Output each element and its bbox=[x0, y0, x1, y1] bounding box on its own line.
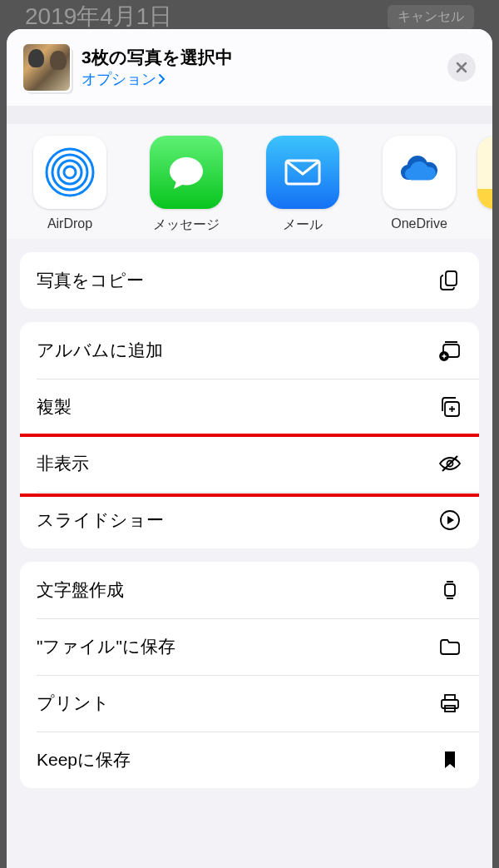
sheet-title: 3枚の写真を選択中 bbox=[82, 46, 436, 69]
actions-list: 写真をコピー アルバムに追加 複製 非表示 bbox=[7, 239, 492, 788]
app-onedrive[interactable]: OneDrive bbox=[361, 136, 477, 234]
action-label: 複製 bbox=[37, 395, 72, 419]
bookmark-icon bbox=[437, 747, 462, 772]
album-add-icon bbox=[437, 338, 462, 363]
notes-icon bbox=[477, 136, 492, 209]
print-icon bbox=[437, 691, 462, 716]
background-cancel: キャンセル bbox=[388, 5, 474, 29]
list-group-3: 文字盤作成 "ファイル"に保存 プリント Keepに保存 bbox=[20, 562, 479, 788]
action-add-to-album[interactable]: アルバムに追加 bbox=[20, 322, 479, 379]
svg-rect-13 bbox=[445, 695, 455, 700]
app-label: メッセージ bbox=[153, 216, 220, 234]
action-watch-face[interactable]: 文字盤作成 bbox=[20, 562, 479, 618]
list-group-2: アルバムに追加 複製 非表示 スライドショー bbox=[20, 322, 479, 548]
action-label: 写真をコピー bbox=[37, 269, 144, 292]
copy-icon bbox=[437, 268, 462, 293]
action-label: スライドショー bbox=[37, 508, 164, 532]
action-copy[interactable]: 写真をコピー bbox=[20, 252, 479, 309]
background-date: 2019年4月1日 bbox=[25, 1, 172, 32]
app-messages[interactable]: メッセージ bbox=[128, 136, 245, 234]
action-label: アルバムに追加 bbox=[37, 339, 163, 362]
svg-point-1 bbox=[58, 161, 82, 184]
close-icon bbox=[456, 62, 467, 73]
svg-rect-5 bbox=[446, 271, 457, 285]
mail-icon bbox=[266, 136, 339, 209]
action-label: 文字盤作成 bbox=[37, 578, 124, 602]
share-sheet: 3枚の写真を選択中 オプション AirDrop メッセージ bbox=[7, 29, 492, 868]
app-row: AirDrop メッセージ メール OneDrive bbox=[7, 124, 492, 239]
background-header: 2019年4月1日 キャンセル bbox=[0, 0, 499, 33]
app-mail[interactable]: メール bbox=[245, 136, 361, 234]
action-label: 非表示 bbox=[37, 452, 89, 475]
messages-icon bbox=[150, 136, 223, 209]
play-icon bbox=[437, 508, 462, 533]
svg-rect-12 bbox=[442, 700, 458, 708]
svg-point-0 bbox=[64, 166, 76, 178]
action-print[interactable]: プリント bbox=[20, 675, 479, 732]
airdrop-icon bbox=[33, 136, 106, 209]
action-save-to-files[interactable]: "ファイル"に保存 bbox=[20, 618, 479, 675]
action-keep[interactable]: Keepに保存 bbox=[20, 732, 479, 788]
watch-icon bbox=[437, 578, 462, 603]
app-label: AirDrop bbox=[47, 216, 92, 231]
action-label: Keepに保存 bbox=[37, 748, 131, 771]
action-label: "ファイル"に保存 bbox=[37, 635, 175, 658]
eye-slash-icon bbox=[437, 451, 462, 476]
onedrive-icon bbox=[383, 136, 456, 209]
app-label: OneDrive bbox=[391, 216, 447, 231]
selection-thumbnail bbox=[23, 44, 70, 91]
action-slideshow[interactable]: スライドショー bbox=[20, 492, 479, 548]
duplicate-icon bbox=[437, 394, 462, 419]
app-notes[interactable] bbox=[477, 136, 492, 234]
action-hide[interactable]: 非表示 bbox=[20, 435, 479, 492]
action-label: プリント bbox=[37, 692, 110, 715]
chevron-right-icon bbox=[158, 73, 166, 85]
sheet-header: 3枚の写真を選択中 オプション bbox=[7, 29, 492, 106]
app-label: メール bbox=[283, 216, 323, 234]
folder-icon bbox=[437, 634, 462, 659]
close-button[interactable] bbox=[447, 53, 476, 82]
list-group-1: 写真をコピー bbox=[20, 252, 479, 309]
options-link[interactable]: オプション bbox=[82, 69, 166, 89]
app-airdrop[interactable]: AirDrop bbox=[12, 136, 128, 234]
action-duplicate[interactable]: 複製 bbox=[20, 379, 479, 435]
svg-rect-11 bbox=[445, 584, 455, 596]
options-label: オプション bbox=[82, 69, 156, 89]
